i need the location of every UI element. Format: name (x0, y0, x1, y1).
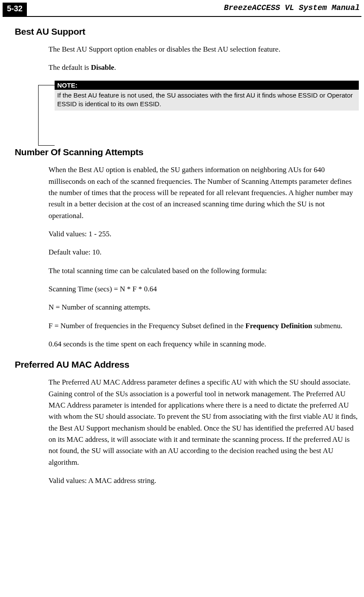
body-text: Valid values: 1 - 255. (49, 228, 359, 240)
text-span: submenu. (312, 322, 342, 330)
body-text: When the Best AU option is enabled, the … (49, 164, 359, 222)
body-text: Scanning Time (secs) = N * F * 0.64 (49, 284, 359, 295)
body-text: Valid values: A MAC address string. (49, 475, 359, 486)
body-text: N = Number of scanning attempts. (49, 302, 359, 313)
note-bracket-icon (38, 85, 55, 146)
body-text: The default is Disable. (49, 62, 359, 73)
note-label-row: NOTE: (55, 81, 359, 90)
bold-text: Frequency Definition (245, 322, 312, 330)
note-label: NOTE: (55, 81, 78, 90)
text-span: The default is (49, 63, 91, 72)
text-span: . (114, 63, 116, 72)
body-text: The total scanning time can be calculate… (49, 265, 359, 277)
body-text: 0.64 seconds is the time spent on each f… (49, 339, 359, 350)
text-span: F = Number of frequencies in the Frequen… (49, 322, 245, 330)
heading-best-au-support: Best AU Support (15, 26, 362, 37)
heading-preferred-au-mac: Preferred AU MAC Address (15, 359, 362, 370)
body-text: The Preferred AU MAC Address parameter d… (49, 377, 359, 468)
manual-title: BreezeACCESS VL System Manual (29, 3, 361, 12)
page-header: 5-32 BreezeACCESS VL System Manual (3, 0, 361, 17)
note-block: NOTE: If the Best AU feature is not used… (38, 81, 359, 111)
note-body-text: If the Best AU feature is not used, the … (55, 90, 359, 111)
heading-scanning-attempts: Number Of Scanning Attempts (15, 147, 362, 157)
body-text: Default value: 10. (49, 247, 359, 258)
body-text: The Best AU Support option enables or di… (49, 44, 359, 55)
page-content: Best AU Support The Best AU Support opti… (0, 26, 364, 486)
note-box: NOTE: If the Best AU feature is not used… (55, 81, 359, 111)
page-number-badge: 5-32 (3, 3, 27, 16)
body-text: F = Number of frequencies in the Frequen… (49, 320, 359, 332)
bold-text: Disable (91, 63, 114, 72)
